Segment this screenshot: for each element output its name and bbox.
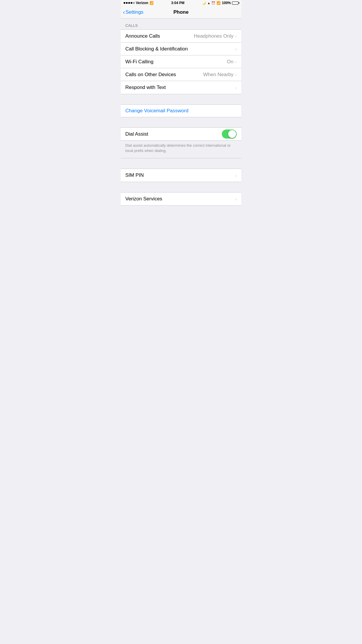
wifi-calling-chevron: ›: [235, 59, 237, 64]
dial-assist-toggle[interactable]: [222, 130, 237, 139]
call-blocking-label: Call Blocking & Identification: [125, 46, 188, 52]
signal-dot-1: [124, 2, 125, 4]
verizon-services-right: ›: [235, 197, 237, 202]
sim-pin-chevron: ›: [235, 173, 237, 178]
verizon-services-group: Verizon Services ›: [121, 192, 241, 206]
calls-section-header: CALLS: [121, 19, 241, 29]
dial-assist-row[interactable]: Dial Assist: [121, 128, 241, 141]
signal-dot-3: [128, 2, 130, 4]
dial-assist-description: Dial assist automatically determines the…: [121, 141, 241, 158]
respond-with-text-right: ›: [235, 85, 237, 90]
call-blocking-chevron: ›: [235, 46, 237, 51]
location-icon: ▲: [207, 1, 210, 5]
wifi-icon: 📶: [150, 1, 154, 5]
wifi-calling-row[interactable]: Wi-Fi Calling On ›: [121, 55, 241, 68]
verizon-services-chevron: ›: [235, 197, 237, 202]
carrier-name: Verizon: [136, 1, 148, 5]
bluetooth-icon: 📶: [217, 1, 221, 5]
respond-with-text-row[interactable]: Respond with Text ›: [121, 81, 241, 94]
announce-calls-value: Headphones Only: [194, 33, 233, 39]
back-button[interactable]: ‹ Settings: [123, 9, 143, 15]
status-time: 3:04 PM: [171, 1, 184, 5]
calls-other-devices-row[interactable]: Calls on Other Devices When Nearby ›: [121, 68, 241, 81]
battery-percent: 100%: [222, 1, 231, 5]
announce-calls-chevron: ›: [235, 34, 237, 38]
signal-dot-2: [126, 2, 128, 4]
calls-other-devices-right: When Nearby ›: [203, 72, 237, 78]
alarm-icon: ⏰: [211, 1, 215, 5]
moon-icon: 🌙: [202, 1, 206, 5]
wifi-calling-label: Wi-Fi Calling: [125, 59, 153, 65]
battery-icon: [232, 1, 238, 5]
spacer-2: [121, 117, 241, 127]
sim-pin-right: ›: [235, 173, 237, 178]
sim-pin-group: SIM PIN ›: [121, 169, 241, 182]
respond-with-text-chevron: ›: [235, 85, 237, 90]
wifi-calling-value: On: [227, 59, 233, 65]
announce-calls-label: Announce Calls: [125, 33, 160, 39]
announce-calls-right: Headphones Only ›: [194, 33, 237, 39]
sim-pin-label: SIM PIN: [125, 172, 144, 178]
calls-settings-group: Announce Calls Headphones Only › Call Bl…: [121, 29, 241, 94]
back-chevron-icon: ‹: [123, 9, 125, 15]
sim-pin-row[interactable]: SIM PIN ›: [121, 169, 241, 182]
verizon-services-row[interactable]: Verizon Services ›: [121, 192, 241, 205]
status-bar: Verizon 📶 3:04 PM 🌙 ▲ ⏰ 📶 100%: [121, 0, 241, 6]
signal-dots: [124, 2, 135, 4]
calls-other-devices-value: When Nearby: [203, 72, 233, 78]
calls-other-devices-label: Calls on Other Devices: [125, 72, 176, 78]
nav-bar: ‹ Settings Phone: [121, 6, 241, 19]
respond-with-text-label: Respond with Text: [125, 85, 166, 90]
toggle-knob: [228, 130, 236, 138]
signal-dot-5: [133, 2, 135, 4]
call-blocking-row[interactable]: Call Blocking & Identification ›: [121, 43, 241, 55]
status-left: Verizon 📶: [124, 1, 154, 5]
spacer-1: [121, 94, 241, 104]
change-voicemail-password-label: Change Voicemail Password: [125, 108, 188, 114]
call-blocking-right: ›: [235, 46, 237, 51]
calls-other-devices-chevron: ›: [235, 72, 237, 77]
announce-calls-row[interactable]: Announce Calls Headphones Only ›: [121, 30, 241, 43]
change-voicemail-password-row[interactable]: Change Voicemail Password: [121, 104, 241, 117]
dial-assist-group: Dial Assist Dial assist automatically de…: [121, 127, 241, 158]
wifi-calling-right: On ›: [227, 59, 237, 65]
verizon-services-label: Verizon Services: [125, 196, 162, 202]
dial-assist-label: Dial Assist: [125, 131, 148, 137]
signal-dot-4: [131, 2, 132, 4]
page-title: Phone: [173, 9, 189, 15]
status-right: 🌙 ▲ ⏰ 📶 100%: [202, 1, 238, 5]
back-label: Settings: [126, 9, 143, 15]
